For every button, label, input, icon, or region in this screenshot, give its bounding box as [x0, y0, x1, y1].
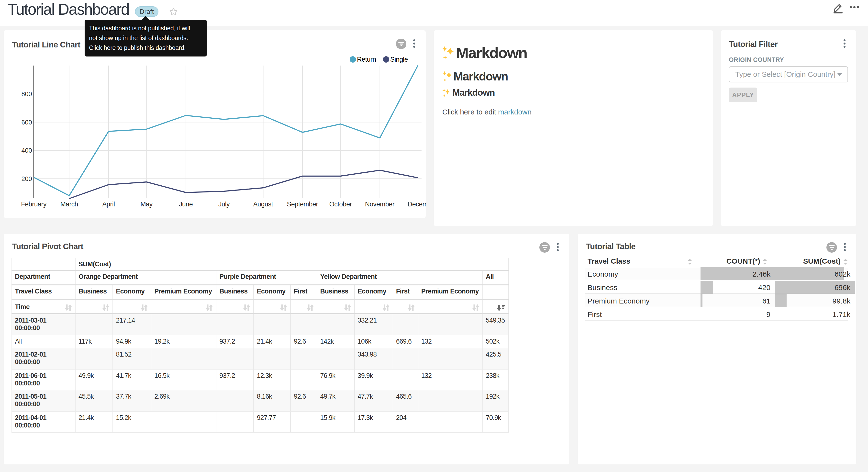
svg-text:May: May [141, 201, 153, 208]
svg-text:November: November [365, 201, 395, 208]
svg-text:October: October [329, 201, 352, 208]
svg-text:July: July [218, 201, 230, 208]
svg-text:March: March [60, 201, 78, 208]
svg-text:September: September [287, 201, 318, 208]
svg-text:February: February [21, 201, 47, 208]
svg-text:Single: Single [390, 56, 408, 63]
svg-text:200: 200 [22, 175, 32, 182]
svg-text:April: April [102, 201, 115, 208]
svg-text:800: 800 [22, 90, 32, 97]
svg-text:August: August [253, 201, 273, 208]
svg-text:Return: Return [357, 56, 376, 63]
svg-text:June: June [179, 201, 193, 208]
svg-text:600: 600 [22, 119, 32, 126]
svg-text:400: 400 [22, 147, 32, 154]
svg-text:December: December [408, 201, 426, 208]
